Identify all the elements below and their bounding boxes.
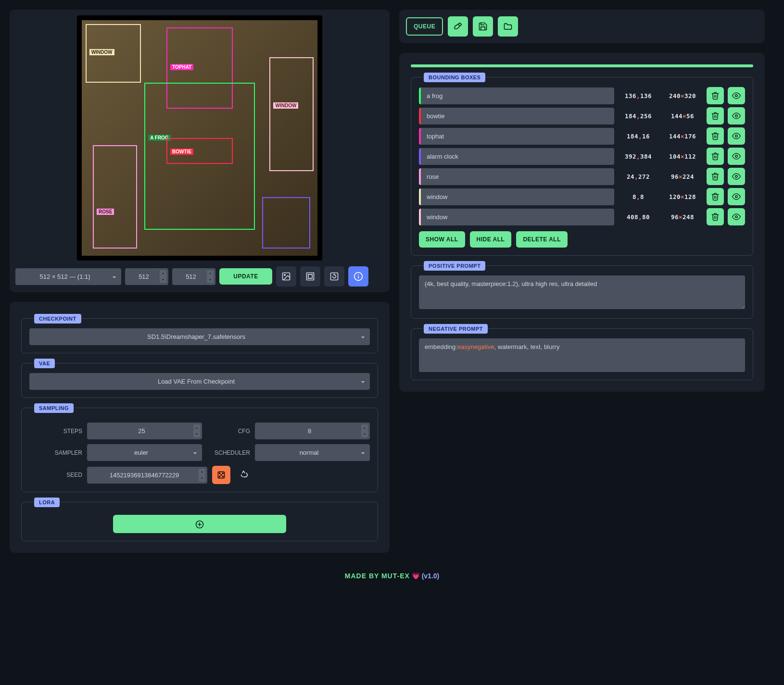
width-spinner[interactable]: ▲▼	[160, 270, 166, 283]
bbox-overlay-label: TOPHAT	[170, 64, 193, 70]
svg-point-21	[735, 155, 738, 158]
bbox-label-input[interactable]	[421, 148, 614, 165]
checkpoint-fieldset: Checkpoint SD1.5\Dreamshaper_7.safetenso…	[21, 318, 378, 353]
footer: made by mut-ex 💗 (v1.0)	[10, 572, 774, 580]
sampler-select[interactable]: euler	[87, 444, 202, 461]
vae-select[interactable]: Load VAE From Checkpoint	[29, 373, 370, 390]
bbox-row: 24,27296×224	[419, 168, 745, 185]
positive-prompt-textarea[interactable]	[419, 275, 745, 309]
svg-rect-3	[308, 274, 312, 278]
bbox-overlay[interactable]: WINDOW	[269, 57, 314, 171]
svg-point-20	[735, 135, 738, 137]
bbox-label-input[interactable]	[421, 209, 614, 225]
positive-legend: Positive Prompt	[424, 261, 485, 271]
bbox-visibility-button[interactable]	[728, 107, 745, 125]
queue-button[interactable]: Queue	[406, 17, 443, 36]
bbox-fieldset: Bounding Boxes 136,136240×320184,256144×…	[411, 77, 753, 256]
bbox-position[interactable]: 8,8	[618, 188, 658, 205]
svg-point-9	[219, 473, 220, 474]
bbox-overlay[interactable]: ROSE	[93, 145, 137, 248]
bbox-delete-button[interactable]	[707, 188, 724, 205]
bbox-size[interactable]: 96×224	[662, 168, 703, 185]
bbox-visibility-button[interactable]	[728, 168, 745, 185]
bbox-label-wrap	[419, 148, 614, 165]
preview-image[interactable]: WINDOWTOPHATA FROGWINDOWBOWTIEROSEALARM …	[82, 20, 317, 256]
update-button[interactable]: Update	[219, 268, 272, 285]
bbox-position[interactable]: 24,272	[618, 168, 658, 185]
bbox-label-input[interactable]	[421, 168, 614, 185]
bbox-position[interactable]: 408,80	[618, 209, 658, 225]
svg-point-24	[735, 216, 738, 218]
bbox-delete-button[interactable]	[707, 87, 724, 104]
bbox-visibility-button[interactable]	[728, 127, 745, 145]
bbox-label-input[interactable]	[421, 188, 614, 205]
random-seed-button[interactable]	[212, 466, 230, 484]
bbox-size[interactable]: 96×248	[662, 209, 703, 225]
fullscreen-icon-button[interactable]	[300, 266, 320, 286]
lora-add-button[interactable]	[113, 515, 286, 533]
cfg-label: CFG	[207, 428, 250, 435]
recycle-seed-button[interactable]	[235, 466, 253, 484]
bbox-delete-button[interactable]	[707, 208, 724, 225]
checkpoint-select[interactable]: SD1.5\Dreamshaper_7.safetensors	[29, 328, 370, 345]
steps-spinner[interactable]: ▲▼	[193, 424, 200, 437]
bbox-label-wrap	[419, 108, 614, 125]
seed-input[interactable]	[87, 467, 207, 484]
bbox-prompt-panel: Bounding Boxes 136,136240×320184,256144×…	[399, 53, 765, 392]
bbox-row: 184,16144×176	[419, 127, 745, 145]
checkpoint-legend: Checkpoint	[34, 314, 81, 324]
reload-image-icon-button[interactable]	[324, 266, 344, 286]
bbox-delete-button[interactable]	[707, 148, 724, 165]
bbox-visibility-button[interactable]	[728, 188, 745, 205]
bbox-size[interactable]: 144×176	[662, 128, 703, 145]
bbox-overlay[interactable]: WINDOW	[86, 24, 141, 83]
bbox-delete-button[interactable]	[707, 168, 724, 185]
image-icon-button[interactable]	[276, 266, 296, 286]
cfg-input[interactable]	[255, 423, 370, 439]
bbox-label-input[interactable]	[421, 128, 614, 145]
svg-point-12	[219, 476, 220, 477]
resolution-select[interactable]: 512 × 512 — (1:1)	[15, 268, 121, 285]
bbox-overlay[interactable]: BOWTIE	[166, 138, 233, 164]
bbox-label-wrap	[419, 209, 614, 225]
negative-prompt-textarea[interactable]: embedding:easynegative, watermark, text,…	[419, 338, 745, 372]
seed-spinner[interactable]: ▲▼	[199, 469, 205, 482]
scheduler-select[interactable]: normal	[255, 444, 370, 461]
bbox-visibility-button[interactable]	[728, 148, 745, 165]
bbox-row: 392,384104×112	[419, 148, 745, 165]
bbox-size[interactable]: 104×112	[662, 148, 703, 165]
bbox-position[interactable]: 184,256	[618, 108, 658, 125]
bbox-label-input[interactable]	[421, 108, 614, 125]
svg-point-11	[221, 474, 222, 475]
bbox-delete-button[interactable]	[707, 107, 724, 125]
show-all-button[interactable]: Show All	[419, 231, 465, 248]
bbox-label-wrap	[419, 188, 614, 205]
positive-prompt-fieldset: Positive Prompt	[411, 265, 753, 319]
svg-rect-2	[307, 273, 314, 280]
svg-point-10	[222, 473, 223, 474]
steps-input[interactable]	[87, 423, 202, 439]
bbox-delete-button[interactable]	[707, 127, 724, 145]
open-folder-icon-button[interactable]	[498, 16, 518, 37]
eraser-icon-button[interactable]	[448, 16, 468, 37]
bbox-visibility-button[interactable]	[728, 87, 745, 104]
bbox-position[interactable]: 184,16	[618, 128, 658, 145]
bbox-position[interactable]: 136,136	[618, 87, 658, 104]
bbox-size[interactable]: 144×56	[662, 108, 703, 125]
delete-all-button[interactable]: Delete All	[516, 231, 568, 248]
hide-all-button[interactable]: Hide All	[470, 231, 512, 248]
bbox-size[interactable]: 240×320	[662, 87, 703, 104]
svg-point-22	[735, 175, 738, 178]
bbox-label-input[interactable]	[421, 87, 614, 104]
info-icon-button[interactable]	[348, 266, 368, 286]
save-icon-button[interactable]	[473, 16, 493, 37]
bbox-position[interactable]: 392,384	[618, 148, 658, 165]
bbox-visibility-button[interactable]	[728, 208, 745, 225]
height-spinner[interactable]: ▲▼	[207, 270, 214, 283]
bbox-overlay[interactable]: ALARM CLOCK	[262, 197, 310, 249]
cfg-spinner[interactable]: ▲▼	[361, 424, 368, 437]
vae-legend: VAE	[34, 359, 55, 368]
footer-version: (v1.0)	[422, 572, 440, 580]
bbox-row: 136,136240×320	[419, 87, 745, 104]
bbox-size[interactable]: 120×128	[662, 188, 703, 205]
